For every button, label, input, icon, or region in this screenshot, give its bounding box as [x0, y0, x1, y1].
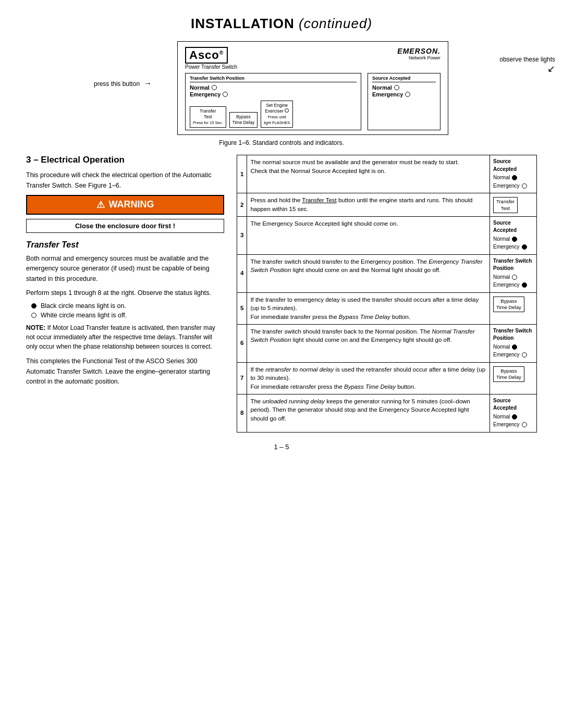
emergency-indicator-row: Emergency [493, 182, 533, 190]
right-column: 1The normal source must be available and… [237, 155, 537, 432]
step-number: 8 [237, 394, 247, 432]
page-number: 1 – 5 [26, 443, 537, 451]
normal-indicator-row: Normal [493, 274, 533, 281]
normal-circle-icon [512, 344, 517, 350]
normal-circle-icon [512, 414, 517, 419]
table-row: 6The transfer switch should transfer bac… [237, 324, 537, 362]
emergency-circle-icon [522, 282, 527, 288]
emergency-indicator-row: Emergency [493, 243, 533, 251]
step-number: 4 [237, 254, 247, 292]
figure-caption: Figure 1–6. Standard controls and indica… [146, 139, 417, 146]
step-description: If the retransfer to normal delay is use… [247, 362, 490, 394]
source-normal-indicator [394, 85, 399, 90]
bullet-item-2: White circle means light is off. [31, 312, 224, 319]
normal-circle-icon [512, 275, 517, 280]
warning-subbox: Close the enclosure door first ! [26, 219, 224, 233]
step-description: The normal source must be available and … [247, 155, 490, 193]
emerson-logo: EMERSON. Network Power [397, 47, 440, 60]
transfer-test-button[interactable]: TransferTestPress for 15 Sec. [190, 106, 226, 128]
set-engine-exerciser-button[interactable]: Set EngineExerciser Press untillight FLA… [261, 101, 293, 128]
bullet-item-1: Black circle means light is on. [31, 302, 224, 310]
emergency-circle-icon [522, 352, 527, 357]
normal-indicator-row: Normal [493, 413, 533, 421]
asco-logo: Asco® [185, 47, 228, 64]
step-button[interactable]: BypassTime Delay [493, 297, 524, 313]
step-number: 6 [237, 324, 247, 362]
source-accepted-panel: Source Accepted Normal Emergency [368, 73, 440, 130]
press-button-label: press this button → [94, 79, 152, 88]
table-row: 2Press and hold the Transfer Test button… [237, 193, 537, 216]
step-indicator-cell: BypassTime Delay [490, 362, 537, 394]
normal-circle-icon [512, 237, 517, 242]
emergency-indicator-row: Emergency [493, 281, 533, 289]
emergency-indicator-row: Emergency [493, 351, 533, 359]
transfer-test-title: Transfer Test [26, 240, 224, 250]
conclusion-text: This completes the Functional Test of th… [26, 356, 224, 387]
asco-subtitle: Power Transfer Switch [185, 64, 237, 70]
normal-indicator-row: Normal [493, 343, 533, 351]
table-row: 3The Emergency Source Accepted light sho… [237, 216, 537, 254]
figure-box: Asco® Power Transfer Switch EMERSON. Net… [177, 41, 448, 135]
step-button[interactable]: BypassTime Delay [493, 366, 524, 382]
step-description: The Emergency Source Accepted light shou… [247, 216, 490, 254]
step-indicator-cell: Source AcceptedNormalEmergency [490, 155, 537, 193]
section-title: 3 – Electrical Operation [26, 155, 224, 165]
step-indicator-cell: Transfer Switch PositionNormalEmergency [490, 324, 537, 362]
observe-label: observe these lights ↙ [499, 56, 555, 75]
emergency-indicator-row: Emergency [493, 421, 533, 429]
source-emergency-indicator [405, 92, 410, 97]
warning-body: Close the enclosure door first ! [75, 222, 175, 230]
step-indicator-cell: BypassTime Delay [490, 292, 537, 324]
step-indicator-cell: Transfer Switch PositionNormalEmergency [490, 254, 537, 292]
transfer-switch-panel: Transfer Switch Position Normal Emergenc… [185, 73, 361, 130]
step-number: 1 [237, 155, 247, 193]
perform-text: Perform steps 1 through 8 at the right. … [26, 288, 224, 298]
left-column: 3 – Electrical Operation This procedure … [26, 155, 224, 432]
warning-triangle-icon: ⚠ [96, 199, 105, 211]
note-box: NOTE: If Motor Load Transfer feature is … [26, 323, 224, 351]
page-title: INSTALLATION (continued) [26, 16, 537, 32]
table-row: 4The transfer switch should transfer to … [237, 254, 537, 292]
normal-indicator-row: Normal [493, 174, 533, 182]
step-description: The transfer switch should transfer back… [247, 324, 490, 362]
normal-indicator-empty [212, 85, 217, 90]
step-description: Press and hold the Transfer Test button … [247, 193, 490, 216]
intro-text: This procedure will check the electrical… [26, 170, 224, 191]
step-description: The transfer switch should transfer to t… [247, 254, 490, 292]
transfer-test-body: Both normal and emergency sources must b… [26, 254, 224, 284]
emergency-indicator-empty [223, 92, 228, 97]
step-indicator-cell: Source AcceptedNormalEmergency [490, 216, 537, 254]
warning-title: ⚠ WARNING [33, 199, 217, 211]
step-number: 2 [237, 193, 247, 216]
normal-circle-icon [512, 175, 517, 180]
normal-indicator-row: Normal [493, 236, 533, 243]
step-number: 3 [237, 216, 247, 254]
emergency-circle-icon [522, 422, 527, 427]
step-indicator-cell: Source AcceptedNormalEmergency [490, 394, 537, 432]
bypass-time-delay-button[interactable]: BypassTime Delay [229, 112, 258, 128]
filled-circle-icon [31, 303, 36, 309]
steps-table: 1The normal source must be available and… [237, 155, 537, 432]
emergency-circle-icon [522, 183, 527, 189]
table-row: 5If the transfer to emergency delay is u… [237, 292, 537, 324]
table-row: 8The unloaded running delay keeps the ge… [237, 394, 537, 432]
empty-circle-icon [31, 313, 36, 318]
step-number: 5 [237, 292, 247, 324]
figure-container: Asco® Power Transfer Switch EMERSON. Net… [99, 41, 464, 146]
step-indicator-cell: TransferTest [490, 193, 537, 216]
warning-box: ⚠ WARNING [26, 195, 224, 215]
bullet-list: Black circle means light is on. White ci… [31, 302, 224, 319]
step-button[interactable]: TransferTest [493, 197, 518, 213]
table-row: 1The normal source must be available and… [237, 155, 537, 193]
emergency-circle-icon [522, 244, 527, 250]
step-number: 7 [237, 362, 247, 394]
table-row: 7If the retransfer to normal delay is us… [237, 362, 537, 394]
main-content: 3 – Electrical Operation This procedure … [26, 155, 537, 432]
step-description: The unloaded running delay keeps the gen… [247, 394, 490, 432]
step-description: If the transfer to emergency delay is us… [247, 292, 490, 324]
